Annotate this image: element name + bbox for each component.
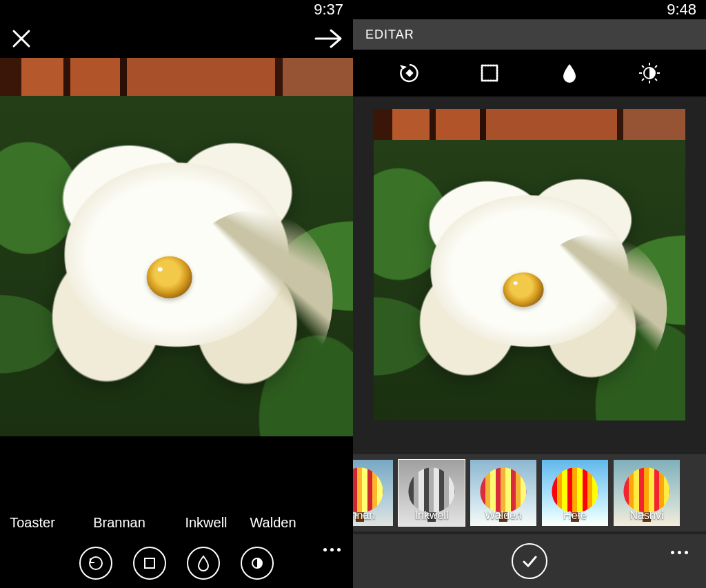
filter-item-hefe[interactable]: Hefe <box>542 460 608 526</box>
filter-label: Inkwell <box>185 515 227 531</box>
filter-label: Inkwell <box>399 509 465 522</box>
svg-rect-5 <box>482 65 497 81</box>
more-icon[interactable] <box>671 551 688 554</box>
svg-rect-1 <box>145 558 154 568</box>
page-title: EDITAR <box>365 28 414 42</box>
close-icon[interactable] <box>10 27 33 50</box>
bottom-toolbar <box>0 538 353 588</box>
filter-item-brannan[interactable]: annan <box>353 460 393 526</box>
frame-icon[interactable] <box>476 59 503 87</box>
title-bar: EDITAR <box>353 19 706 50</box>
svg-line-13 <box>655 65 657 68</box>
filter-item-walden[interactable]: Walden <box>254 440 292 531</box>
bottom-bar <box>353 531 706 588</box>
svg-rect-3 <box>405 69 413 77</box>
svg-rect-4 <box>482 65 497 81</box>
rotate-icon[interactable] <box>396 59 423 87</box>
filter-label: Walden <box>470 509 536 522</box>
photo-preview[interactable] <box>0 58 353 436</box>
screen-editar: 9:48 EDITAR <box>353 0 706 588</box>
brightness-contrast-icon[interactable] <box>636 59 663 87</box>
filter-label: Hefe <box>542 509 608 522</box>
svg-line-14 <box>642 79 644 81</box>
status-bar: 9:48 <box>353 0 706 19</box>
preview-area <box>353 97 706 454</box>
filter-item-nashville[interactable]: Nashvi <box>614 460 680 526</box>
svg-line-11 <box>642 65 644 68</box>
filter-item-toaster[interactable]: Toaster <box>0 440 72 531</box>
filter-item-walden[interactable]: Walden <box>470 460 536 526</box>
brightness-contrast-icon[interactable] <box>241 547 274 580</box>
filter-item-inkwell[interactable]: Inkwell <box>399 460 465 526</box>
edit-tools-row <box>353 50 706 97</box>
more-icon[interactable] <box>323 548 341 551</box>
filter-strip[interactable]: o Toaster Brannan Inkwell Walden <box>0 436 353 538</box>
filter-item-brannan[interactable]: Brannan <box>80 440 159 531</box>
filter-label: annan <box>353 509 393 522</box>
frame-icon[interactable] <box>133 547 166 580</box>
confirm-check-icon[interactable] <box>512 543 547 579</box>
screen-filter-select: 9:37 o Toaster Brannan Inkwel <box>0 0 353 588</box>
filter-label: Brannan <box>93 515 145 531</box>
next-arrow-icon[interactable] <box>313 27 343 50</box>
svg-line-12 <box>655 79 657 81</box>
filter-label: Nashvi <box>614 509 680 522</box>
nav-bar <box>0 19 353 58</box>
photo-preview[interactable] <box>374 109 685 420</box>
filter-label: Walden <box>250 515 296 531</box>
blur-drop-icon[interactable] <box>187 547 220 580</box>
status-time: 9:48 <box>667 1 696 19</box>
status-bar: 9:37 <box>0 0 353 19</box>
filter-label: Toaster <box>10 515 55 531</box>
status-time: 9:37 <box>314 1 343 19</box>
rotate-straighten-icon[interactable] <box>79 547 112 580</box>
blur-drop-icon[interactable] <box>556 59 583 87</box>
filter-strip[interactable]: annan Inkwell Walden Hefe Nashvi <box>353 454 706 531</box>
